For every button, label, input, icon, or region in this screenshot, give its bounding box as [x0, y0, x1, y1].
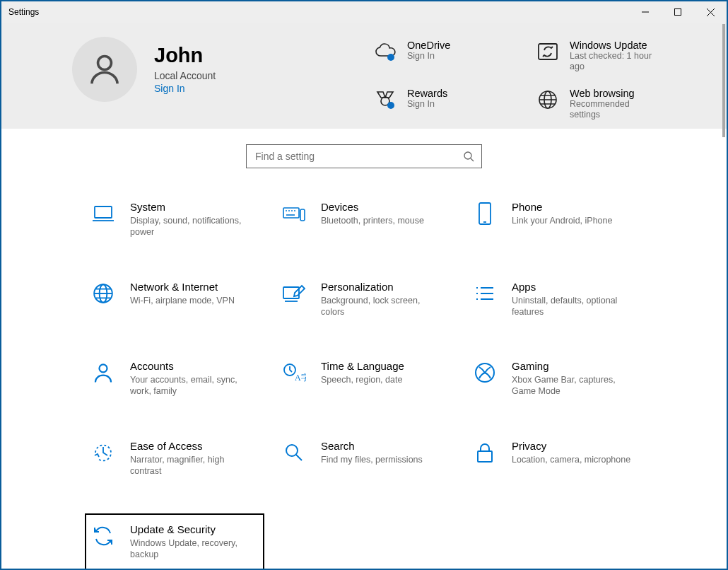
svg-line-39	[296, 455, 302, 460]
category-network-title: Network & Internet	[130, 281, 235, 293]
search-box[interactable]	[246, 144, 482, 168]
search-icon	[281, 440, 307, 465]
category-update-title: Update & Security	[130, 523, 250, 535]
globe-icon	[90, 281, 116, 306]
quick-windows-update[interactable]: Windows Update Last checked: 1 hour ago	[536, 40, 684, 81]
maximize-button[interactable]	[662, 1, 694, 23]
settings-category-grid: System Display, sound, notifications, po…	[1, 197, 666, 569]
scrollbar-thumb[interactable]	[722, 24, 725, 137]
category-accounts[interactable]: Accounts Your accounts, email, sync, wor…	[86, 356, 276, 402]
category-personalization-title: Personalization	[321, 281, 441, 293]
sync-icon	[536, 40, 560, 64]
category-network-sub: Wi-Fi, airplane mode, VPN	[130, 295, 235, 306]
category-ease-of-access[interactable]: Ease of Access Narrator, magnifier, high…	[86, 436, 276, 482]
quick-rewards-title: Rewards	[407, 88, 447, 99]
profile-signin-link[interactable]: Sign In	[154, 83, 216, 94]
scrollbar[interactable]	[722, 24, 725, 567]
svg-point-38	[286, 445, 298, 456]
globe-icon	[536, 88, 560, 112]
svg-rect-15	[283, 208, 299, 218]
category-phone-sub: Link your Android, iPhone	[512, 215, 612, 226]
window-title: Settings	[8, 7, 39, 17]
quick-onedrive[interactable]: OneDrive Sign In	[373, 40, 522, 81]
window-controls	[629, 1, 727, 23]
quick-onedrive-sub: Sign In	[407, 51, 450, 62]
quick-web-browsing[interactable]: Web browsing Recommended settings	[536, 88, 684, 129]
list-icon	[472, 281, 498, 306]
minimize-button[interactable]	[629, 1, 662, 23]
paint-icon	[281, 281, 307, 306]
category-phone[interactable]: Phone Link your Android, iPhone	[468, 197, 657, 243]
category-accounts-title: Accounts	[130, 360, 250, 372]
ease-of-access-icon	[90, 440, 116, 465]
search-icon	[463, 151, 474, 162]
category-update-security[interactable]: Update & Security Windows Update, recove…	[86, 515, 263, 569]
category-system-title: System	[130, 201, 250, 213]
category-system-sub: Display, sound, notifications, power	[130, 215, 250, 238]
svg-rect-40	[478, 451, 492, 462]
category-personalization[interactable]: Personalization Background, lock screen,…	[277, 277, 466, 322]
xbox-icon	[472, 360, 498, 385]
svg-point-4	[98, 57, 112, 70]
category-privacy-sub: Location, camera, microphone	[512, 454, 630, 465]
category-search-sub: Find my files, permissions	[321, 454, 423, 465]
svg-text:A字: A字	[295, 373, 306, 383]
quick-onedrive-title: OneDrive	[407, 40, 450, 51]
keyboard-icon	[281, 201, 307, 226]
svg-point-8	[387, 102, 394, 109]
avatar	[72, 37, 137, 102]
category-system[interactable]: System Display, sound, notifications, po…	[86, 197, 276, 243]
quick-update-title: Windows Update	[570, 40, 662, 51]
category-time-title: Time & Language	[321, 360, 404, 372]
category-apps-title: Apps	[512, 281, 632, 293]
search-input[interactable]	[254, 150, 463, 163]
category-accounts-sub: Your accounts, email, sync, work, family	[130, 374, 250, 397]
account-header: John Local Account Sign In OneDrive Sign…	[1, 23, 727, 129]
category-apps[interactable]: Apps Uninstall, defaults, optional featu…	[468, 277, 657, 322]
lock-icon	[472, 440, 498, 465]
cloud-icon	[373, 40, 397, 64]
quick-status-panel: OneDrive Sign In Windows Update Last che…	[373, 40, 684, 129]
category-privacy[interactable]: Privacy Location, camera, microphone	[468, 436, 657, 482]
quick-rewards[interactable]: Rewards Sign In	[373, 88, 522, 129]
category-personalization-sub: Background, lock screen, colors	[321, 295, 441, 318]
category-network[interactable]: Network & Internet Wi-Fi, airplane mode,…	[86, 277, 276, 322]
category-gaming-sub: Xbox Game Bar, captures, Game Mode	[512, 374, 632, 397]
category-devices-sub: Bluetooth, printers, mouse	[321, 215, 424, 226]
svg-rect-14	[95, 207, 112, 218]
category-phone-title: Phone	[512, 201, 612, 213]
profile-name: John	[154, 45, 216, 67]
svg-rect-22	[479, 203, 491, 224]
category-gaming-title: Gaming	[512, 360, 632, 372]
person-icon	[90, 360, 116, 385]
laptop-icon	[90, 201, 116, 226]
category-search[interactable]: Search Find my files, permissions	[277, 436, 466, 482]
svg-point-5	[387, 54, 394, 61]
svg-rect-6	[539, 44, 557, 59]
close-button[interactable]	[694, 1, 727, 23]
category-time-sub: Speech, region, date	[321, 374, 404, 385]
category-ease-title: Ease of Access	[130, 440, 250, 452]
category-search-title: Search	[321, 440, 423, 452]
quick-web-title: Web browsing	[570, 88, 662, 99]
svg-point-12	[464, 152, 471, 159]
svg-line-13	[471, 158, 474, 161]
time-language-icon: A字	[281, 360, 307, 385]
phone-icon	[472, 201, 498, 226]
profile-block[interactable]: John Local Account Sign In	[72, 37, 327, 102]
svg-rect-21	[300, 209, 305, 221]
medal-icon	[373, 88, 397, 112]
category-devices[interactable]: Devices Bluetooth, printers, mouse	[277, 197, 466, 243]
profile-account-type: Local Account	[154, 70, 216, 81]
svg-rect-27	[283, 287, 299, 298]
svg-rect-1	[675, 9, 681, 16]
category-devices-title: Devices	[321, 201, 424, 213]
svg-point-34	[99, 364, 107, 372]
sync-arrows-icon	[90, 523, 116, 549]
category-time-language[interactable]: A字 Time & Language Speech, region, date	[277, 356, 466, 402]
quick-web-sub: Recommended settings	[570, 99, 662, 120]
category-update-sub: Windows Update, recovery, backup	[130, 537, 250, 561]
category-apps-sub: Uninstall, defaults, optional features	[512, 295, 632, 318]
category-gaming[interactable]: Gaming Xbox Game Bar, captures, Game Mod…	[468, 356, 657, 402]
person-icon	[86, 50, 124, 88]
